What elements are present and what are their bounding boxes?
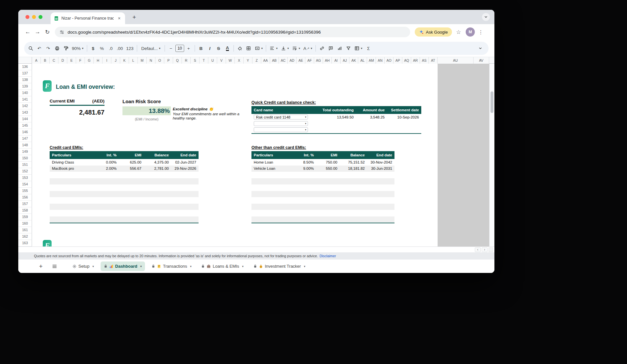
back-button[interactable]: ← [23, 27, 33, 37]
column-header-R[interactable]: R [182, 57, 191, 64]
reload-button[interactable]: ↻ [42, 27, 52, 37]
row-header-139[interactable]: 139 [18, 83, 32, 90]
row-header-149[interactable]: 149 [18, 149, 32, 155]
dropdown-cell[interactable]: ▾ [254, 127, 308, 132]
print-button[interactable] [53, 44, 61, 53]
column-header-AC[interactable]: AC [279, 57, 288, 64]
cell[interactable]: 0.00% [95, 160, 119, 164]
increase-decimal-button[interactable]: .00 [115, 44, 125, 53]
column-header-X[interactable]: X [235, 57, 244, 64]
bold-button[interactable]: B [197, 44, 205, 53]
column-header-AR[interactable]: AR [411, 57, 420, 64]
column-header-L[interactable]: L [129, 57, 138, 64]
sheet-tab-setup[interactable]: Setup▾ [69, 261, 97, 271]
cell[interactable]: 02-Jun-2027 [171, 160, 199, 164]
decrease-font-size-button[interactable]: − [167, 44, 175, 53]
column-header-Y[interactable]: Y [244, 57, 252, 64]
column-header-AD[interactable]: AD [288, 57, 297, 64]
dropdown-arrow-icon[interactable]: ▾ [305, 128, 306, 131]
cell[interactable]: 556.67 [119, 166, 144, 170]
italic-button[interactable]: I [205, 44, 214, 53]
ask-google-button[interactable]: Ask Google [415, 27, 452, 37]
column-header-I[interactable]: I [103, 57, 111, 64]
cell[interactable]: 30-Jun-2031 [367, 166, 394, 170]
column-header-P[interactable]: P [164, 57, 173, 64]
column-header-AM[interactable]: AM [367, 57, 376, 64]
column-header-AL[interactable]: AL [358, 57, 367, 64]
column-header-V[interactable]: V [217, 57, 226, 64]
minimize-window-button[interactable] [32, 15, 36, 19]
dropdown-cell[interactable]: ▾ [254, 121, 308, 126]
column-header-B[interactable]: B [41, 57, 50, 64]
sheet-tab-dashboard[interactable]: Dashboard▾ [101, 261, 145, 271]
zoom-select[interactable]: 90%▾ [70, 44, 85, 53]
row-header-152[interactable]: 152 [18, 168, 32, 175]
cell[interactable]: Rak credit card 1148▾ [251, 115, 310, 119]
cell[interactable]: 2,781.00 [144, 166, 171, 170]
column-header-D[interactable]: D [58, 57, 67, 64]
column-header-C[interactable]: C [50, 57, 58, 64]
cell[interactable]: 29-Nov-2026 [171, 166, 199, 170]
bookmark-star-icon[interactable]: ☆ [454, 27, 463, 37]
row-header-157[interactable]: 157 [18, 201, 32, 207]
column-header-AI[interactable]: AI [332, 57, 341, 64]
disclaimer-link[interactable]: Disclaimer [320, 254, 336, 258]
row-header-140[interactable]: 140 [18, 90, 32, 96]
row-header-158[interactable]: 158 [18, 207, 32, 214]
column-header-Z[interactable]: Z [252, 57, 261, 64]
decrease-decimal-button[interactable]: .0 [106, 44, 115, 53]
functions-button[interactable]: Σ [364, 44, 373, 53]
column-header-AS[interactable]: AS [420, 57, 429, 64]
site-settings-icon[interactable] [59, 30, 64, 35]
cell[interactable]: 9.00% [293, 166, 316, 170]
sheet-canvas[interactable]: F Loan & EMI overview: Current EMI (AED)… [32, 64, 489, 246]
tab-menu-arrow-icon[interactable]: ▾ [140, 265, 142, 268]
strikethrough-button[interactable]: S [214, 44, 223, 53]
column-header-E[interactable]: E [67, 57, 76, 64]
row-header-144[interactable]: 144 [18, 116, 32, 122]
risk-score-value[interactable]: 13.88% [122, 106, 171, 115]
cell[interactable]: Home Loan [251, 160, 293, 164]
row-header-138[interactable]: 138 [18, 77, 32, 83]
browser-menu-icon[interactable]: ⋮ [477, 29, 484, 35]
column-header-AB[interactable]: AB [270, 57, 279, 64]
column-header-M[interactable]: M [138, 57, 147, 64]
scroll-left-button[interactable]: ‹ [475, 247, 481, 252]
row-header-159[interactable]: 159 [18, 214, 32, 220]
create-filter-button[interactable] [344, 44, 353, 53]
column-header-AO[interactable]: AO [385, 57, 394, 64]
undo-button[interactable]: ↶ [35, 44, 44, 53]
address-bar[interactable]: docs.google.com/spreadsheets/d/1Efxn4zFK… [55, 27, 410, 37]
dropdown-arrow-icon[interactable]: ▾ [305, 116, 306, 119]
row-header-150[interactable]: 150 [18, 155, 32, 162]
row-header-151[interactable]: 151 [18, 162, 32, 168]
select-all-corner[interactable] [18, 57, 32, 64]
cell[interactable]: 10-Sep-2026 [387, 115, 421, 119]
maximize-window-button[interactable] [39, 15, 42, 19]
insert-link-button[interactable] [317, 44, 326, 53]
row-header-137[interactable]: 137 [18, 70, 32, 77]
cell[interactable]: 2.00% [95, 166, 119, 170]
search-button[interactable] [26, 44, 35, 53]
toolbar-collapse-button[interactable] [476, 44, 485, 53]
text-wrap-button[interactable]: ▾ [290, 44, 302, 53]
row-header-154[interactable]: 154 [18, 181, 32, 188]
format-currency-button[interactable]: $ [89, 44, 98, 53]
text-rotation-button[interactable]: A↗▾ [302, 44, 314, 53]
sheet-tab-investment-tracker[interactable]: Investment Tracker▾ [250, 261, 309, 271]
column-header-AE[interactable]: AE [297, 57, 305, 64]
column-header-W[interactable]: W [226, 57, 235, 64]
row-header-161[interactable]: 161 [18, 227, 32, 233]
vertical-scrollbar[interactable] [489, 64, 494, 246]
cell[interactable]: 625.00 [119, 160, 144, 164]
column-header-AV[interactable]: AV [474, 57, 489, 64]
cell[interactable]: 8.50% [293, 160, 316, 164]
redo-button[interactable]: ↷ [44, 44, 53, 53]
sheet-tab-transactions[interactable]: Transactions▾ [148, 261, 195, 271]
row-header-148[interactable]: 148 [18, 142, 32, 149]
column-header-AU[interactable]: AU [438, 57, 474, 64]
column-header-AQ[interactable]: AQ [402, 57, 411, 64]
column-header-S[interactable]: S [191, 57, 200, 64]
insert-comment-button[interactable] [326, 44, 335, 53]
cell[interactable]: 3,548.25 [356, 115, 387, 119]
